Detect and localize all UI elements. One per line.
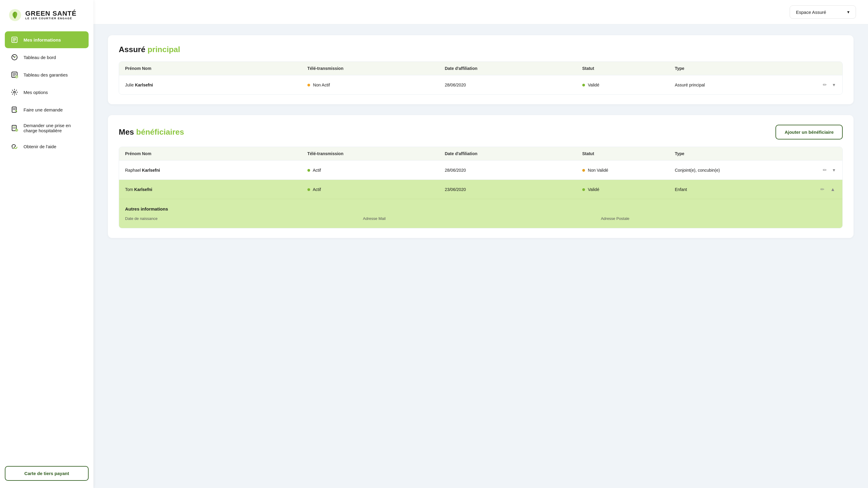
chevron-down-icon: ▾ <box>847 9 849 15</box>
beneficiaires-header: Mes bénéficiaires Ajouter un bénéficiair… <box>119 125 843 139</box>
col-statut: Statut <box>582 151 672 156</box>
table-row: Raphael Karlsefni Actif 28/06/2020 Non V… <box>119 160 842 180</box>
assure-principal-table-header: Prénom Nom Télé-transmission Date d'affi… <box>119 62 842 75</box>
col-type: Type <box>675 66 809 71</box>
demande-icon <box>10 105 19 114</box>
sidebar-item-obtenir-aide[interactable]: Obtenir de l'aide <box>5 138 89 155</box>
hopital-icon <box>10 124 19 132</box>
benef-tele-transmission: Actif <box>307 187 442 192</box>
sidebar-item-label: Faire une demande <box>24 107 63 112</box>
logo-sub: LE 1ER COURTIER ENGAGÉ <box>25 17 76 20</box>
sidebar: GREEN SANTÉ LE 1ER COURTIER ENGAGÉ Mes i… <box>0 0 93 488</box>
table-row: Julie Karlsefni Non Actif 28/06/2020 Val… <box>119 75 842 94</box>
col-type: Type <box>675 151 809 156</box>
beneficiaires-title: Mes bénéficiaires <box>119 127 184 137</box>
tiers-payant-button[interactable]: Carte de tiers payant <box>5 466 89 481</box>
header: Espace Assuré ▾ <box>93 0 868 24</box>
dashboard-icon <box>10 53 19 61</box>
sidebar-item-mes-informations[interactable]: Mes informations <box>5 31 89 48</box>
tele-status-dot <box>307 84 310 87</box>
benef-date-affiliation: 28/06/2020 <box>445 168 579 173</box>
garanties-icon <box>10 70 19 79</box>
tele-status-dot <box>307 188 310 191</box>
beneficiaires-section: Mes bénéficiaires Ajouter un bénéficiair… <box>108 115 854 238</box>
main-content: Espace Assuré ▾ Assuré principal Prénom … <box>93 0 868 488</box>
options-icon <box>10 88 19 96</box>
beneficiaires-table: Prénom Nom Télé-transmission Date d'affi… <box>119 147 843 228</box>
beneficiaires-table-header: Prénom Nom Télé-transmission Date d'affi… <box>119 147 842 160</box>
benef-statut: Non Validé <box>582 168 672 173</box>
col-date-affiliation: Date d'affiliation <box>445 66 579 71</box>
assure-type: Assuré principal <box>675 83 809 87</box>
assure-date-affiliation: 28/06/2020 <box>445 83 579 87</box>
assure-tele-transmission: Non Actif <box>307 83 442 87</box>
logo-area: GREEN SANTÉ LE 1ER COURTIER ENGAGÉ <box>0 0 93 29</box>
edit-button[interactable]: ✏ <box>822 81 828 89</box>
col-prenom-nom: Prénom Nom <box>125 66 304 71</box>
details-columns: Date de naissance Adresse Mail Adresse P… <box>125 216 836 221</box>
col-tele-transmission: Télé-transmission <box>307 66 442 71</box>
sidebar-item-mes-options[interactable]: Mes options <box>5 84 89 101</box>
statut-dot <box>582 84 585 87</box>
info-icon <box>10 36 19 44</box>
nav-items: Mes informations Tableau de bord <box>0 29 93 461</box>
collapse-button[interactable]: ▲ <box>829 186 836 193</box>
assure-statut: Validé <box>582 83 672 87</box>
col-date-affiliation: Date d'affiliation <box>445 151 579 156</box>
expand-button[interactable]: ▾ <box>832 166 836 174</box>
expanded-details: Autres informations Date de naissance Ad… <box>119 199 842 228</box>
sidebar-item-label: Demander une prise en charge hospitalièr… <box>24 123 83 133</box>
expand-button[interactable]: ▾ <box>832 81 836 89</box>
sidebar-item-faire-une-demande[interactable]: Faire une demande <box>5 101 89 118</box>
sidebar-item-label: Tableau de bord <box>24 55 56 60</box>
sidebar-item-label: Mes options <box>24 90 48 95</box>
edit-button[interactable]: ✏ <box>822 166 828 174</box>
sidebar-item-label: Mes informations <box>24 37 61 42</box>
benef-tele-transmission: Actif <box>307 168 442 173</box>
statut-dot <box>582 188 585 191</box>
detail-date-naissance: Date de naissance <box>125 216 361 221</box>
add-beneficiary-button[interactable]: Ajouter un bénéficiaire <box>775 125 843 139</box>
svg-point-12 <box>13 91 16 93</box>
espace-assure-label: Espace Assuré <box>796 10 826 15</box>
benef-type: Conjoint(e), concubin(e) <box>675 168 809 173</box>
assure-principal-title: Assuré principal <box>119 45 843 54</box>
sidebar-item-tableau-des-garanties[interactable]: Tableau des garanties <box>5 66 89 83</box>
table-row: Tom Karlsefni Actif 23/06/2020 Validé En… <box>119 180 842 199</box>
col-tele-transmission: Télé-transmission <box>307 151 442 156</box>
row-actions: ✏ ▾ <box>812 166 836 174</box>
assure-prenom-nom: Julie Karlsefni <box>125 83 304 87</box>
sidebar-item-prise-en-charge[interactable]: Demander une prise en charge hospitalièr… <box>5 119 89 137</box>
assure-principal-table: Prénom Nom Télé-transmission Date d'affi… <box>119 61 843 95</box>
logo-icon <box>8 8 22 22</box>
detail-adresse-postale: Adresse Postale <box>601 216 836 221</box>
details-title: Autres informations <box>125 206 836 212</box>
espace-assure-dropdown[interactable]: Espace Assuré ▾ <box>789 5 856 19</box>
logo-text: GREEN SANTÉ LE 1ER COURTIER ENGAGÉ <box>25 10 76 20</box>
svg-point-6 <box>14 57 15 58</box>
edit-button[interactable]: ✏ <box>819 185 826 193</box>
row-actions: ✏ ▲ <box>812 185 836 193</box>
benef-type: Enfant <box>675 187 809 192</box>
benef-statut: Validé <box>582 187 672 192</box>
benef-prenom-nom: Raphael Karlsefni <box>125 168 304 173</box>
detail-adresse-mail: Adresse Mail <box>363 216 598 221</box>
col-prenom-nom: Prénom Nom <box>125 151 304 156</box>
col-statut: Statut <box>582 66 672 71</box>
sidebar-item-label: Tableau des garanties <box>24 72 68 77</box>
row-actions: ✏ ▾ <box>812 81 836 89</box>
sidebar-item-label: Obtenir de l'aide <box>24 144 56 149</box>
tele-status-dot <box>307 169 310 172</box>
benef-prenom-nom: Tom Karlsefni <box>125 187 304 192</box>
aide-icon <box>10 142 19 151</box>
assure-principal-section: Assuré principal Prénom Nom Télé-transmi… <box>108 35 854 104</box>
benef-date-affiliation: 23/06/2020 <box>445 187 579 192</box>
statut-dot <box>582 169 585 172</box>
content-area: Assuré principal Prénom Nom Télé-transmi… <box>93 24 868 249</box>
logo-main: GREEN SANTÉ <box>25 10 76 17</box>
sidebar-item-tableau-de-bord[interactable]: Tableau de bord <box>5 49 89 66</box>
